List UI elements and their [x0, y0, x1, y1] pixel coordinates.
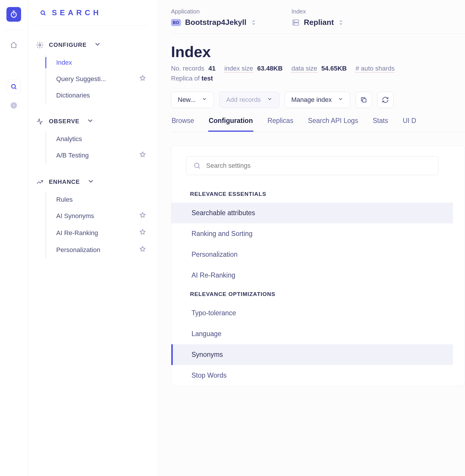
star-icon[interactable] — [139, 75, 146, 83]
app-chip: BO — [171, 19, 181, 26]
cfg-language[interactable]: Language — [171, 323, 453, 344]
chevron-down-icon — [94, 40, 101, 49]
sidebar-group-configure[interactable]: CONFIGURE — [35, 37, 148, 55]
brand-text: SEARCH — [52, 8, 102, 17]
sidebar-item-label: A/B Testing — [56, 152, 89, 159]
sidebar-item-dictionaries[interactable]: Dictionaries — [46, 88, 148, 103]
chevron-down-icon — [267, 96, 273, 104]
sidebar-item-ai-reranking[interactable]: AI Re-Ranking — [46, 225, 148, 242]
config-section-label: RELEVANCE OPTIMIZATIONS — [171, 286, 453, 303]
stat-auto-shards: # auto shards — [355, 65, 394, 72]
cfg-stop-words[interactable]: Stop Words — [171, 365, 453, 386]
sidebar-item-label: Rules — [56, 196, 73, 203]
refresh-button[interactable] — [377, 92, 394, 108]
database-icon — [292, 18, 300, 27]
tab-browse[interactable]: Browse — [171, 117, 195, 132]
sidebar-item-ai-synonyms[interactable]: AI Synonyms — [46, 208, 148, 225]
chevron-down-icon — [87, 177, 95, 186]
application-selector[interactable]: Application BO Bootstrap4Jekyll — [171, 8, 257, 27]
svg-point-10 — [194, 163, 199, 167]
cfg-personalization[interactable]: Personalization — [171, 244, 453, 265]
config-section-label: RELEVANCE ESSENTIALS — [171, 186, 453, 203]
index-tabs: Browse Configuration Replicas Search API… — [171, 117, 465, 132]
star-icon[interactable] — [139, 151, 146, 160]
sidebar-item-query-suggestions[interactable]: Query Suggesti... — [46, 71, 148, 88]
button-label: New... — [178, 96, 196, 104]
sidebar-item-label: Personalization — [56, 246, 100, 254]
gear-icon — [36, 41, 44, 49]
button-label: Manage index — [291, 96, 332, 104]
replica-info: Replica of test — [171, 75, 465, 82]
svg-point-8 — [294, 24, 294, 24]
cfg-typo-tolerance[interactable]: Typo-tolerance — [171, 303, 453, 323]
manage-index-button[interactable]: Manage index — [285, 92, 350, 108]
copy-button[interactable] — [355, 92, 372, 108]
application-name: Bootstrap4Jekyll — [185, 18, 247, 27]
chevron-down-icon — [86, 117, 94, 126]
sidebar-item-personalization[interactable]: Personalization — [46, 242, 148, 258]
sidebar-group-label: CONFIGURE — [49, 42, 87, 48]
sidebar-group-label: ENHANCE — [49, 179, 80, 185]
activity-icon — [36, 118, 44, 125]
sidebar-item-index[interactable]: Index — [46, 55, 148, 71]
brand-icon — [40, 9, 47, 16]
app-logo[interactable] — [6, 7, 21, 22]
recommend-icon[interactable] — [7, 99, 20, 112]
tab-configuration[interactable]: Configuration — [208, 117, 254, 132]
refresh-icon — [382, 96, 389, 103]
cfg-ai-reranking[interactable]: AI Re-Ranking — [171, 265, 453, 286]
stat-data-size: data size 54.65KB — [291, 65, 347, 72]
tab-search-api-logs[interactable]: Search API Logs — [307, 117, 359, 132]
selector-label: Application — [171, 8, 257, 15]
selector-label: Index — [292, 8, 344, 15]
sidebar-item-label: Index — [56, 59, 72, 66]
star-icon[interactable] — [139, 212, 146, 220]
configuration-panel: RELEVANCE ESSENTIALS Searchable attribut… — [171, 145, 465, 386]
star-icon[interactable] — [139, 229, 146, 237]
sidebar-group-label: OBSERVE — [49, 118, 79, 125]
tab-ui-demos[interactable]: UI D — [402, 117, 417, 132]
add-records-button[interactable]: Add records — [219, 92, 279, 108]
new-button[interactable]: New... — [171, 92, 214, 108]
sidebar: SEARCH CONFIGURE Index Query Suggesti...… — [28, 0, 158, 476]
svg-point-7 — [294, 20, 294, 21]
stat-index-size: index size 63.48KB — [224, 65, 283, 72]
copy-icon — [360, 96, 367, 103]
sidebar-item-label: Dictionaries — [56, 92, 90, 99]
sidebar-item-label: AI Synonyms — [56, 212, 94, 220]
sidebar-item-analytics[interactable]: Analytics — [46, 131, 148, 147]
sidebar-item-label: AI Re-Ranking — [56, 229, 98, 237]
search-product-icon[interactable] — [7, 80, 20, 93]
svg-point-3 — [41, 11, 45, 14]
cfg-ranking-sorting[interactable]: Ranking and Sorting — [171, 223, 453, 244]
tab-replicas[interactable]: Replicas — [267, 117, 294, 132]
rail-separator — [5, 30, 23, 30]
brand: SEARCH — [35, 8, 148, 26]
sidebar-group-observe[interactable]: OBSERVE — [35, 114, 148, 131]
cfg-synonyms[interactable]: Synonyms — [171, 344, 453, 365]
star-icon[interactable] — [139, 246, 146, 254]
search-settings-input[interactable] — [206, 162, 431, 169]
sidebar-item-ab-testing[interactable]: A/B Testing — [46, 147, 148, 164]
search-settings[interactable] — [186, 156, 438, 175]
svg-rect-9 — [363, 99, 366, 102]
button-label: Add records — [226, 96, 261, 104]
chevron-down-icon — [201, 96, 207, 104]
left-rail — [0, 0, 28, 476]
home-icon[interactable] — [7, 38, 20, 52]
tab-stats[interactable]: Stats — [372, 117, 389, 132]
stat-records: No. records 41 — [171, 65, 216, 72]
updown-icon — [251, 18, 257, 27]
sidebar-item-label: Query Suggesti... — [56, 75, 106, 83]
updown-icon — [338, 18, 344, 27]
chevron-down-icon — [338, 96, 343, 104]
index-name: Repliant — [304, 18, 334, 27]
sidebar-item-rules[interactable]: Rules — [46, 192, 148, 208]
trend-icon — [36, 178, 44, 186]
index-selector[interactable]: Index Repliant — [292, 8, 344, 27]
svg-point-4 — [39, 44, 41, 46]
index-stats: No. records 41 index size 63.48KB data s… — [171, 65, 465, 72]
main-content: Application BO Bootstrap4Jekyll Index Re… — [158, 0, 465, 476]
cfg-searchable-attributes[interactable]: Searchable attributes — [171, 203, 453, 223]
sidebar-group-enhance[interactable]: ENHANCE — [35, 174, 148, 192]
